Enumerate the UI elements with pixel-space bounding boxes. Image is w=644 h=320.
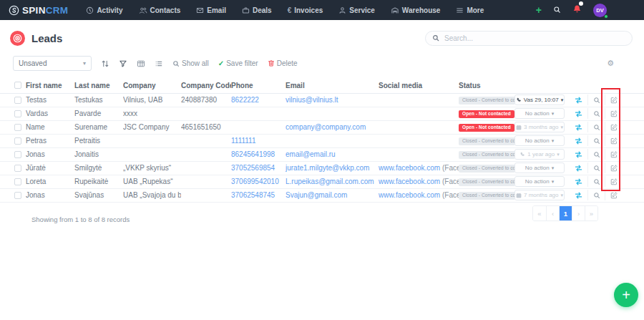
sort-icon[interactable]: [101, 59, 109, 68]
convert-lead-button[interactable]: [569, 163, 587, 173]
col-header-company[interactable]: Company: [123, 78, 181, 93]
save-filter-button[interactable]: ✓ Save filter: [218, 59, 258, 67]
pagination-last-button[interactable]: »: [585, 206, 597, 220]
add-lead-fab-button[interactable]: +: [614, 283, 638, 307]
email-link[interactable]: company@company.com: [286, 123, 366, 131]
nav-item-invoices[interactable]: € Invoices: [280, 0, 331, 20]
edit-lead-button[interactable]: [605, 94, 622, 105]
convert-lead-button[interactable]: [569, 122, 587, 132]
phone-link[interactable]: 8622222: [231, 96, 259, 104]
email-link[interactable]: email@email.ru: [286, 150, 336, 158]
convert-lead-button[interactable]: [569, 94, 587, 105]
social-link[interactable]: www.facebook.com: [379, 191, 440, 199]
search-input[interactable]: [425, 31, 633, 46]
col-header-first-name[interactable]: First name: [26, 78, 74, 93]
nav-item-deals[interactable]: Deals: [234, 0, 280, 20]
email-link[interactable]: jurate1.milgyte@vkkp.com: [286, 164, 369, 172]
next-action-dropdown[interactable]: 3 months ago ▾: [514, 122, 565, 132]
show-all-button[interactable]: Show all: [172, 59, 209, 67]
next-action-dropdown[interactable]: No action ▾: [514, 108, 565, 119]
chevron-down-icon: ▾: [560, 193, 563, 198]
edit-lead-button[interactable]: [605, 176, 622, 187]
preview-lead-button[interactable]: [587, 190, 605, 200]
row-checkbox[interactable]: [14, 192, 21, 199]
preview-lead-button[interactable]: [587, 122, 605, 132]
row-checkbox[interactable]: [14, 165, 21, 172]
social-link[interactable]: www.facebook.com: [379, 178, 440, 185]
preview-lead-button[interactable]: [587, 163, 605, 173]
nav-item-activity[interactable]: Activity: [78, 0, 130, 20]
email-link[interactable]: Svajun@gmail.com: [286, 191, 347, 199]
preview-lead-button[interactable]: [587, 149, 605, 160]
preview-lead-button[interactable]: [587, 176, 605, 187]
preview-lead-button[interactable]: [587, 135, 605, 146]
email-link[interactable]: L.rupeikas@gmail.com.com: [286, 178, 374, 185]
col-header-last-name[interactable]: Last name: [74, 78, 123, 93]
chevron-down-icon: ▾: [560, 125, 563, 130]
convert-lead-button[interactable]: [569, 149, 587, 160]
col-header-status[interactable]: Status: [459, 78, 514, 93]
delete-button[interactable]: Delete: [268, 59, 298, 67]
pagination-next-button[interactable]: ›: [572, 206, 585, 220]
edit-lead-button[interactable]: [605, 135, 622, 146]
row-checkbox[interactable]: [14, 124, 21, 131]
phone-link[interactable]: 1111111: [231, 137, 255, 145]
edit-lead-button[interactable]: [605, 122, 622, 132]
cell-company: [123, 134, 181, 147]
row-checkbox[interactable]: [14, 97, 21, 104]
phone-link[interactable]: 370699542010: [231, 178, 279, 185]
pagination-page-1-button[interactable]: 1: [559, 206, 572, 220]
preview-lead-button[interactable]: [587, 94, 605, 105]
convert-lead-button[interactable]: [569, 108, 587, 119]
edit-lead-button[interactable]: [605, 190, 622, 200]
row-checkbox[interactable]: [14, 137, 21, 145]
next-action-dropdown[interactable]: No action ▾: [514, 163, 565, 173]
next-action-dropdown[interactable]: 1 year ago ▾: [514, 149, 565, 160]
next-action-label: 1 year ago: [527, 151, 555, 157]
col-header-email[interactable]: Email: [286, 78, 379, 93]
select-all-checkbox[interactable]: [14, 82, 21, 89]
global-search-icon[interactable]: [553, 4, 561, 16]
social-link[interactable]: www.facebook.com: [379, 164, 440, 172]
edit-lead-button[interactable]: [605, 108, 622, 119]
phone-link[interactable]: 37052569854: [231, 164, 275, 172]
user-avatar[interactable]: DV: [593, 4, 607, 17]
nav-item-service[interactable]: Service: [331, 0, 383, 20]
gear-icon[interactable]: ⚙: [607, 59, 614, 67]
phone-link[interactable]: 37062548745: [231, 191, 275, 199]
convert-lead-button[interactable]: [569, 176, 587, 187]
phone-link[interactable]: 86245641998: [231, 150, 275, 158]
pagination-prev-button[interactable]: ‹: [546, 206, 559, 220]
next-action-dropdown[interactable]: No action ▾: [514, 135, 565, 146]
trash-icon: [268, 59, 275, 67]
preview-lead-button[interactable]: [587, 108, 605, 119]
col-header-phone[interactable]: Phone: [231, 78, 286, 93]
row-checkbox[interactable]: [14, 151, 21, 158]
convert-lead-button[interactable]: [569, 135, 587, 146]
next-action-dropdown[interactable]: No action ▾: [514, 176, 565, 187]
email-link[interactable]: vilnius@vilnius.lt: [286, 96, 338, 104]
convert-icon: [575, 165, 582, 172]
nav-item-email[interactable]: Email: [188, 0, 234, 20]
pagination-first-button[interactable]: «: [533, 206, 546, 220]
row-checkbox[interactable]: [14, 178, 21, 185]
next-action-dropdown[interactable]: Vas 29, 10:07 ▾: [514, 94, 565, 105]
quick-add-icon[interactable]: +: [536, 5, 542, 15]
list-view-icon[interactable]: [155, 59, 163, 68]
filter-funnel-icon[interactable]: [119, 59, 127, 68]
col-header-company-code[interactable]: Company Code: [181, 78, 231, 93]
nav-item-contacts[interactable]: Contacts: [131, 0, 189, 20]
edit-lead-button[interactable]: [605, 149, 622, 160]
table-view-icon[interactable]: [137, 59, 145, 68]
edit-pencil-icon: [610, 110, 618, 117]
next-action-dropdown[interactable]: 7 months ago ▾: [514, 190, 565, 200]
saved-filter-select[interactable]: Unsaved ▾: [13, 56, 92, 71]
spincrm-logo[interactable]: SPINCRM: [9, 4, 68, 16]
convert-lead-button[interactable]: [569, 190, 587, 200]
nav-item-more[interactable]: More: [448, 0, 492, 20]
notifications-bell-icon[interactable]: [572, 4, 582, 16]
col-header-social-media[interactable]: Social media: [379, 78, 459, 93]
edit-lead-button[interactable]: [605, 163, 622, 173]
nav-item-warehouse[interactable]: Warehouse: [383, 0, 449, 20]
row-checkbox[interactable]: [14, 110, 21, 117]
